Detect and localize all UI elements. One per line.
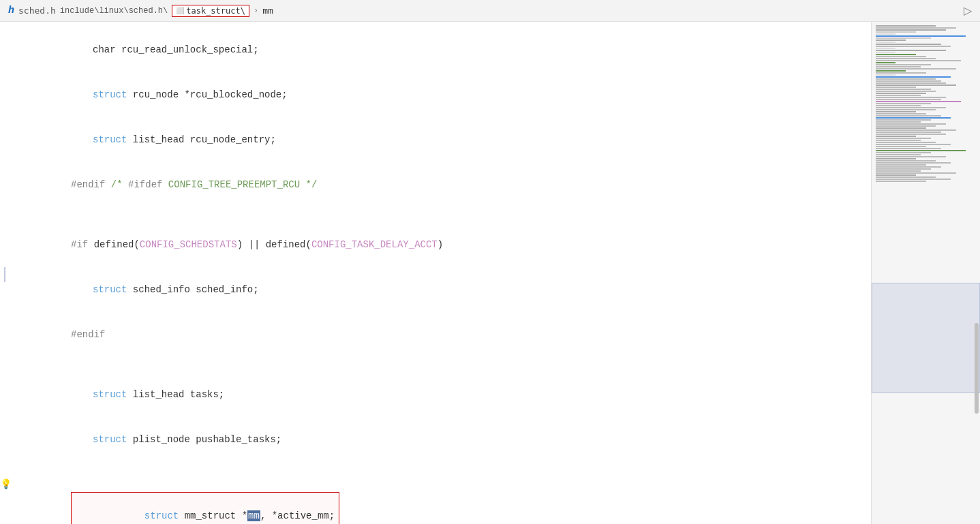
highlighted-code-line: 💡 struct mm_struct *mm, *active_mm; [0, 477, 871, 524]
struct-icon: ⬜ [176, 7, 184, 14]
code-line [0, 462, 871, 477]
file-path: include\linux\sched.h\ [60, 6, 168, 16]
minimap-content [872, 22, 980, 185]
minimap-viewport[interactable] [872, 283, 980, 393]
line-code: #if defined(CONFIG_SCHEDSTATS) || define… [11, 222, 868, 267]
line-code: struct list_head tasks; [11, 372, 868, 417]
code-line: #endif /* #ifdef CONFIG_TREE_PREEMPT_RCU… [0, 162, 871, 207]
breadcrumb-separator: › [254, 6, 258, 16]
line-code [11, 462, 868, 477]
lightbulb-icon[interactable]: 💡 [0, 477, 12, 492]
cursor-selection: mm [247, 510, 260, 521]
code-line: struct sched_info sched_info; [0, 267, 871, 312]
code-line: struct plist_node pushable_tasks; [0, 417, 871, 462]
line-code [11, 357, 868, 372]
bulb-indicator: 💡 [0, 477, 11, 492]
line-code: char rcu_read_unlock_special; [11, 27, 868, 72]
minimap-scrollbar[interactable] [975, 323, 979, 414]
code-line: struct rcu_node *rcu_blocked_node; [0, 72, 871, 117]
line-indicator [0, 267, 11, 282]
code-line [0, 207, 871, 222]
line-code: #endif /* #ifdef CONFIG_TREE_PREEMPT_RCU… [11, 162, 868, 207]
line-code: struct list_head rcu_node_entry; [11, 117, 868, 162]
line-code: struct mm_struct *mm, *active_mm; [11, 477, 868, 524]
line-code: struct plist_node pushable_tasks; [11, 417, 868, 462]
code-line: #if defined(CONFIG_SCHEDSTATS) || define… [0, 222, 871, 267]
filename-label: sched.h [18, 5, 56, 16]
code-editor[interactable]: char rcu_read_unlock_special; struct rcu… [0, 22, 871, 524]
file-type-icon: h [8, 5, 14, 16]
run-button[interactable]: ▷ [964, 4, 972, 17]
code-line: struct list_head rcu_node_entry; [0, 117, 871, 162]
breadcrumb-field-label: mm [262, 5, 273, 16]
code-line: #endif [0, 312, 871, 357]
code-content: char rcu_read_unlock_special; struct rcu… [0, 22, 871, 524]
breadcrumb-struct-box[interactable]: ⬜ task_struct\ [172, 5, 249, 17]
line-code [11, 207, 868, 222]
minimap[interactable] [871, 22, 980, 524]
breadcrumb-struct-label: task_struct\ [186, 6, 245, 16]
header-bar: h sched.h include\linux\sched.h\ ⬜ task_… [0, 0, 980, 22]
line-code: #endif [11, 312, 868, 357]
code-line: struct list_head tasks; [0, 372, 871, 417]
line-code: struct rcu_node *rcu_blocked_node; [11, 72, 868, 117]
code-line [0, 357, 871, 372]
highlight-box: struct mm_struct *mm, *active_mm; [71, 492, 339, 524]
main-content: char rcu_read_unlock_special; struct rcu… [0, 22, 980, 524]
code-line: char rcu_read_unlock_special; [0, 27, 871, 72]
line-code: struct sched_info sched_info; [11, 267, 868, 312]
